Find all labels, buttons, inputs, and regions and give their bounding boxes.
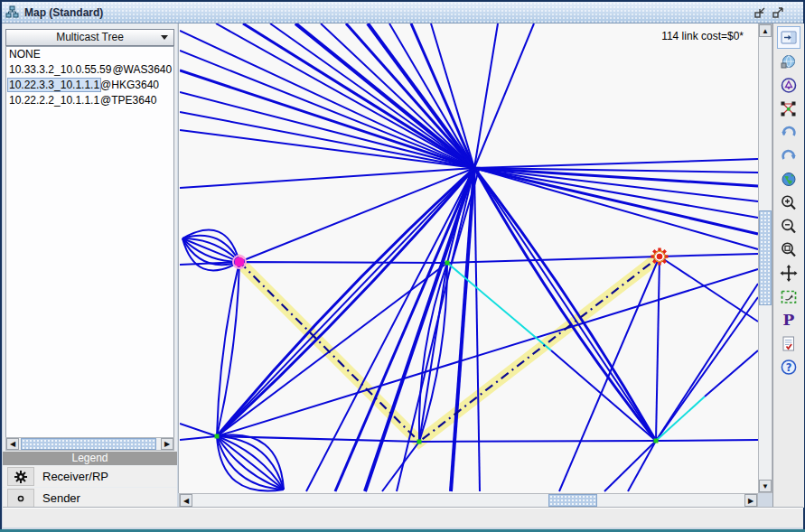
map-link <box>180 424 217 436</box>
legend-header: Legend <box>3 452 177 465</box>
map-node-green[interactable] <box>654 439 659 443</box>
map-area[interactable]: 114 link cost=$0* <box>178 23 760 493</box>
legend-entry: Receiver/RP <box>3 466 177 487</box>
agent-circle-icon <box>779 76 799 95</box>
collapse-right-panel-button[interactable] <box>777 26 800 49</box>
svg-text:P: P <box>783 311 795 329</box>
scroll-right-icon[interactable]: ▶ <box>161 438 173 450</box>
multicast-tree-list[interactable]: NONE10.33.3.2_10.0.55.59@WAS364010.22.3.… <box>5 46 174 438</box>
paths-icon: P <box>779 311 799 330</box>
map-link <box>656 257 660 441</box>
map-link-curved <box>217 262 239 436</box>
map-node-green[interactable] <box>445 261 450 266</box>
topology-icon <box>779 99 799 118</box>
zoom-in-button[interactable] <box>778 192 800 213</box>
scroll-right-icon[interactable]: ▶ <box>744 494 757 507</box>
zoom-out-button[interactable] <box>778 216 800 237</box>
map-link <box>474 168 758 249</box>
paths-button[interactable]: P <box>778 310 800 331</box>
map-node-green[interactable] <box>215 434 220 439</box>
window-inner: Map (Standard) Multicast Tree NONE10.33.… <box>2 2 803 529</box>
redo-button[interactable] <box>778 145 800 166</box>
window-title: Map (Standard) <box>24 6 103 19</box>
world-3d-button[interactable] <box>778 51 800 72</box>
map-vscroll-thumb[interactable] <box>759 210 772 305</box>
multicast-tree-dropdown[interactable]: Multicast Tree <box>5 29 174 46</box>
tree-list-item[interactable]: 10.22.3.3_10.1.1.1@HKG3640 <box>6 78 173 93</box>
tree-list-item[interactable]: 10.33.3.2_10.0.55.59@WAS3640 <box>6 62 173 78</box>
redo-icon <box>779 146 799 165</box>
legend-label: Sender <box>42 491 80 505</box>
scroll-down-icon[interactable]: ▼ <box>759 480 772 492</box>
tree-list-item[interactable]: NONE <box>6 47 173 62</box>
scroll-left-icon[interactable]: ◀ <box>180 494 192 507</box>
map-link <box>474 168 480 491</box>
map-link <box>474 23 498 168</box>
panel-collapse-icon <box>779 28 799 47</box>
map-link <box>389 23 474 168</box>
help-button[interactable]: ? <box>778 357 800 378</box>
highlighted-path-band <box>239 257 660 442</box>
scroll-up-icon[interactable]: ▲ <box>759 24 772 37</box>
left-panel: Multicast Tree NONE10.33.3.2_10.0.55.59@… <box>3 23 177 508</box>
map-link-curved <box>217 262 239 436</box>
fit-selection-icon <box>779 287 799 306</box>
dropdown-label: Multicast Tree <box>56 31 124 43</box>
map-link <box>604 441 656 491</box>
sidebar-hscrollbar[interactable]: ◀ ▶ <box>5 437 174 451</box>
title-bar[interactable]: Map (Standard) <box>2 2 803 23</box>
globe-button[interactable] <box>778 169 800 190</box>
network-map[interactable] <box>180 23 759 492</box>
undo-icon <box>779 123 799 142</box>
zoom-box-button[interactable] <box>778 239 800 260</box>
pan-icon <box>779 264 799 283</box>
sender-node[interactable] <box>233 256 246 268</box>
map-hscrollbar[interactable]: ◀ ▶ <box>179 493 758 508</box>
maximize-window-icon[interactable] <box>771 5 785 19</box>
map-link <box>474 159 758 168</box>
map-link <box>705 350 758 397</box>
legend-label: Receiver/RP <box>42 470 108 483</box>
map-node-green[interactable] <box>417 440 422 444</box>
map-hscroll-thumb[interactable] <box>548 494 597 507</box>
report-button[interactable] <box>778 333 800 354</box>
help-icon: ? <box>779 358 799 377</box>
tree-list-item[interactable]: 10.22.2.2_10.1.1.1@TPE3640 <box>6 93 173 108</box>
map-link <box>656 284 758 441</box>
map-toolbar: P? <box>772 23 804 508</box>
receiver-rp-icon <box>7 467 34 486</box>
map-link <box>306 168 474 491</box>
map-link <box>656 297 758 441</box>
undo-button[interactable] <box>778 122 800 143</box>
map-link <box>180 436 758 442</box>
topology-layout-button[interactable] <box>778 98 800 119</box>
map-link <box>474 168 758 218</box>
agent-circle-button[interactable] <box>778 75 800 96</box>
receiver-target-node[interactable] <box>651 248 669 266</box>
map-link <box>551 350 656 441</box>
status-bar <box>3 508 803 527</box>
map-link <box>382 442 419 491</box>
scroll-left-icon[interactable]: ◀ <box>6 438 19 450</box>
report-icon <box>779 334 799 353</box>
svg-text:?: ? <box>786 361 792 374</box>
zoom-in-icon <box>779 193 799 212</box>
map-link <box>660 257 758 322</box>
chevron-down-icon <box>161 35 168 40</box>
sender-icon <box>7 489 34 508</box>
legend-entry: Sender <box>3 488 177 509</box>
map-vscrollbar[interactable]: ▲ ▼ <box>758 23 772 493</box>
world-3d-icon <box>779 52 799 71</box>
map-link <box>628 441 656 491</box>
sidebar-hscroll-thumb[interactable] <box>21 438 156 450</box>
fit-selection-button[interactable] <box>778 286 800 307</box>
globe-icon <box>779 170 799 189</box>
map-link <box>474 23 534 168</box>
map-link-curved <box>474 168 656 441</box>
app-window: Map (Standard) Multicast Tree NONE10.33.… <box>0 0 805 532</box>
zoom-out-icon <box>779 217 799 236</box>
link-cost-overlay: 114 link cost=$0* <box>661 30 744 42</box>
network-tree-icon <box>5 5 20 19</box>
pan-button[interactable] <box>778 263 800 284</box>
restore-window-icon[interactable] <box>753 5 767 19</box>
